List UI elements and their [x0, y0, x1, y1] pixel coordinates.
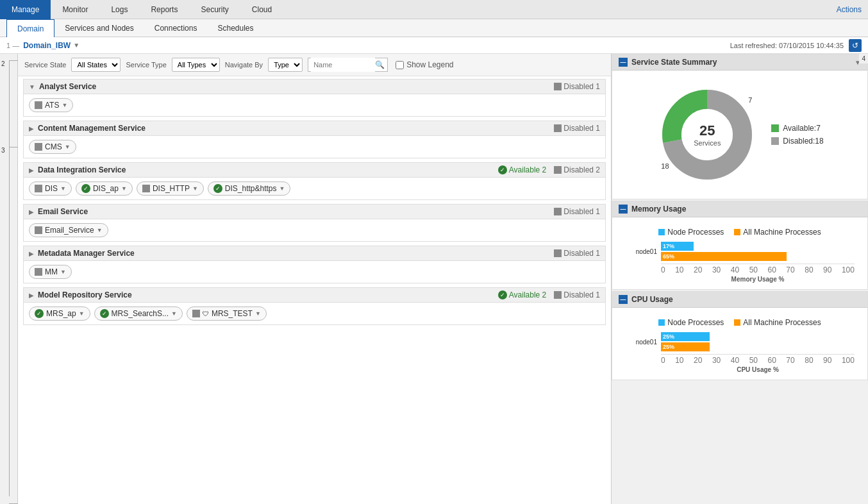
email-arrow-icon[interactable]: ▼	[97, 227, 103, 233]
dis-expand-icon[interactable]: ▶	[29, 167, 34, 174]
mrs-test-arrow-icon[interactable]: ▼	[255, 310, 261, 317]
service-group-analyst-header[interactable]: ▼ Analyst Service Disabled 1	[24, 80, 605, 94]
service-item-mm[interactable]: MM ▼	[29, 265, 72, 279]
dis-http-arrow-icon[interactable]: ▼	[192, 185, 198, 192]
cms-arrow-icon[interactable]: ▼	[65, 144, 71, 150]
subnav-connections[interactable]: Connections	[144, 19, 208, 37]
mrs-expand-icon[interactable]: ▶	[29, 292, 34, 299]
memory-legend-node-color	[658, 229, 665, 235]
cpu-legend-machine: All Machine Processes	[734, 318, 821, 327]
ats-label: ATS	[45, 101, 59, 110]
cpu-node01-label: node01	[625, 339, 657, 346]
analyst-service-title: Analyst Service	[39, 82, 549, 91]
summary-collapse-btn[interactable]: —	[619, 58, 628, 67]
state-filter-select[interactable]: All States	[71, 58, 121, 72]
donut-legend: Available:7 Disabled:18	[771, 124, 823, 146]
annotation-2: 2	[1, 60, 5, 67]
refresh-button[interactable]: ↺	[849, 39, 862, 52]
subnav-schedules[interactable]: Schedules	[207, 19, 263, 37]
domain-dropdown-icon[interactable]: ▼	[73, 42, 79, 49]
search-input[interactable]	[311, 58, 375, 72]
cms-service-title: Content Management Service	[38, 124, 549, 133]
service-item-dis-https[interactable]: ✓ DIS_http&https ▼	[208, 181, 291, 196]
service-item-ats[interactable]: ATS ▼	[29, 98, 73, 112]
filter-bar: Service State All States Service Type Al…	[18, 54, 611, 76]
analyst-disabled-status: Disabled 1	[554, 82, 600, 91]
type-filter-select[interactable]: All Types	[172, 58, 220, 72]
nav-logs[interactable]: Logs	[99, 0, 139, 19]
actions-menu[interactable]: Actions	[837, 5, 868, 14]
memory-legend-node-label: Node Processes	[667, 228, 724, 237]
dis-arrow-icon[interactable]: ▼	[60, 185, 66, 192]
nav-reports[interactable]: Reports	[139, 0, 189, 19]
nav-cloud[interactable]: Cloud	[240, 0, 283, 19]
nav-manage[interactable]: Manage	[0, 0, 51, 19]
top-navigation: Manage Monitor Logs Reports Security Clo…	[0, 0, 868, 19]
dis-service-title: Data Integration Service	[38, 165, 498, 174]
service-group-mrs-header[interactable]: ▶ Model Repository Service ✓ Available 2…	[24, 288, 605, 303]
memory-legend-machine-label: All Machine Processes	[743, 228, 821, 237]
email-expand-icon[interactable]: ▶	[29, 208, 34, 215]
dis-http-label: DIS_HTTP	[153, 184, 190, 193]
service-item-mrs-test[interactable]: 🛡 MRS_TEST ▼	[187, 307, 267, 321]
mrs-search-arrow-icon[interactable]: ▼	[171, 310, 177, 317]
cpu-widget-wrapper: 6 — CPU Usage Node Processes	[612, 291, 868, 382]
memory-node-bar: 17%	[661, 242, 694, 251]
dis-https-arrow-icon[interactable]: ▼	[280, 185, 285, 192]
service-item-dis-ap[interactable]: ✓ DIS_ap ▼	[76, 181, 133, 196]
service-item-dis-http[interactable]: DIS_HTTP ▼	[137, 181, 204, 196]
mm-disabled-icon	[554, 249, 562, 257]
show-legend-input[interactable]	[396, 61, 404, 69]
show-legend-checkbox[interactable]: Show Legend	[396, 60, 453, 69]
service-group-dis: ▶ Data Integration Service ✓ Available 2…	[23, 162, 606, 200]
mrs-search-label: MRS_SearchS...	[112, 309, 169, 318]
nav-security[interactable]: Security	[189, 0, 240, 19]
navigate-label: Navigate By	[225, 61, 263, 69]
dis-disabled-icon	[554, 166, 562, 174]
service-item-cms[interactable]: CMS ▼	[29, 140, 76, 154]
donut-label: Services	[694, 139, 721, 147]
mm-expand-icon[interactable]: ▶	[29, 250, 34, 257]
mm-arrow-icon[interactable]: ▼	[60, 269, 66, 275]
cpu-chart: Node Processes All Machine Processes nod…	[619, 314, 861, 373]
cms-disabled-icon	[554, 124, 562, 132]
mrs-ap-arrow-icon[interactable]: ▼	[79, 310, 85, 317]
cpu-machine-bar: 25%	[661, 342, 710, 351]
memory-collapse-btn[interactable]: —	[619, 205, 628, 214]
cpu-bars: 25% 25%	[661, 332, 855, 351]
subnav-services-nodes[interactable]: Services and Nodes	[54, 19, 144, 37]
donut-center: 25 Services	[694, 122, 721, 147]
mrs-available-status: ✓ Available 2	[498, 290, 547, 299]
memory-node-pct: 17%	[663, 243, 674, 249]
service-item-mrs-ap[interactable]: ✓ MRS_ap ▼	[29, 307, 90, 321]
mrs-service-title: Model Repository Service	[38, 290, 498, 299]
service-item-mrs-search[interactable]: ✓ MRS_SearchS... ▼	[94, 307, 183, 321]
show-legend-label: Show Legend	[406, 60, 453, 69]
service-state-summary-header: — Service State Summary ▼	[612, 55, 867, 71]
service-state-summary-widget: — Service State Summary ▼	[612, 54, 868, 199]
dis-ap-arrow-icon[interactable]: ▼	[121, 185, 127, 192]
memory-usage-body: Node Processes All Machine Processes nod…	[612, 217, 867, 289]
service-group-cms-header[interactable]: ▶ Content Management Service Disabled 1	[24, 121, 605, 136]
service-item-dis[interactable]: DIS ▼	[29, 181, 72, 196]
cms-expand-icon[interactable]: ▶	[29, 125, 34, 132]
nav-monitor[interactable]: Monitor	[51, 0, 99, 19]
analyst-expand-icon[interactable]: ▼	[29, 83, 35, 90]
service-group-mm-header[interactable]: ▶ Metadata Manager Service Disabled 1	[24, 246, 605, 261]
annotation-1: 1 —	[6, 42, 19, 49]
navigate-select[interactable]: Type	[268, 58, 303, 72]
cpu-legend-node-color	[658, 319, 665, 326]
cpu-legend-machine-color	[734, 319, 740, 326]
cms-items: CMS ▼	[24, 136, 605, 158]
subnav-domain[interactable]: Domain	[6, 19, 54, 37]
service-group-dis-header[interactable]: ▶ Data Integration Service ✓ Available 2…	[24, 163, 605, 178]
email-service-label: Email_Service	[45, 226, 94, 235]
domain-name[interactable]: Domain_IBW	[23, 41, 71, 50]
service-group-email-header[interactable]: ▶ Email Service Disabled 1	[24, 205, 605, 219]
cpu-collapse-btn[interactable]: —	[619, 295, 628, 304]
service-item-email[interactable]: Email_Service ▼	[29, 223, 108, 237]
ats-arrow-icon[interactable]: ▼	[62, 102, 67, 108]
search-icon[interactable]: 🔍	[375, 60, 385, 69]
legend-disabled-label: Disabled:18	[783, 137, 823, 146]
mm-status: Disabled 1	[549, 249, 600, 258]
